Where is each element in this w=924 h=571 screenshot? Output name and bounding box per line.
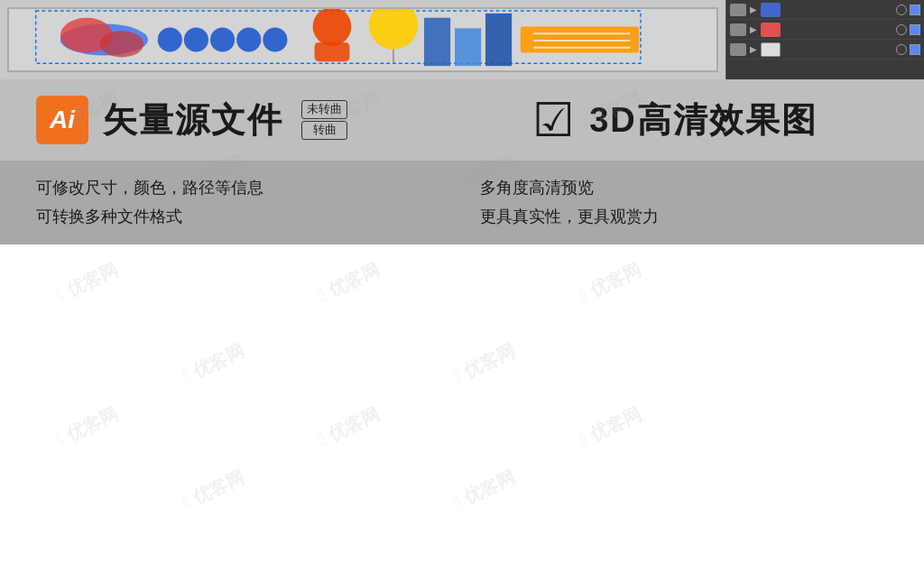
svg-rect-10 — [315, 42, 350, 61]
layer-row-2: ▶ — [726, 20, 924, 40]
layer-sel-1 — [910, 5, 920, 15]
svg-point-9 — [313, 9, 352, 46]
editor-canvas — [7, 7, 718, 72]
svg-point-11 — [369, 9, 418, 50]
svg-point-5 — [184, 27, 208, 51]
desc-left-line1: 可修改尺寸，颜色，路径等信息 — [36, 173, 444, 202]
threed-title: 3D高清效果图 — [589, 97, 818, 143]
layer-sel-3 — [910, 44, 920, 55]
layer-arrow-1: ▶ — [750, 5, 757, 14]
badge-group: 未转曲 转曲 — [301, 100, 347, 140]
desc-left-line2: 可转换多种文件格式 — [36, 202, 444, 231]
editor-area: ▶ ▶ ▶ — [0, 0, 924, 79]
svg-rect-14 — [455, 28, 481, 66]
badge-weizhuanqu: 未转曲 — [301, 100, 347, 119]
ai-icon: Ai — [36, 96, 88, 144]
left-desc: 可修改尺寸，颜色，路径等信息 可转换多种文件格式 — [36, 173, 444, 232]
layer-sel-2 — [910, 24, 920, 35]
layer-eye-3 — [730, 43, 746, 56]
layer-eye-1 — [730, 4, 746, 16]
layer-icons-3 — [896, 44, 920, 55]
svg-point-4 — [158, 27, 182, 51]
layer-thumb-3 — [761, 42, 781, 57]
checkbox-icon: ☑ — [532, 97, 575, 143]
white-area — [0, 244, 924, 551]
svg-point-6 — [210, 27, 235, 51]
svg-point-7 — [236, 27, 261, 51]
layer-thumb-2 — [761, 23, 781, 37]
layer-arrow-3: ▶ — [750, 44, 757, 54]
svg-point-8 — [263, 27, 287, 51]
right-desc: 多角度高清预览 更具真实性，更具观赏力 — [444, 173, 888, 232]
info-banner: Ai 矢量源文件 未转曲 转曲 ☑ 3D高清效果图 — [0, 79, 924, 161]
layer-vis-2 — [896, 24, 907, 35]
badge-zhuanqu: 转曲 — [301, 121, 347, 140]
layer-row-1: ▶ — [726, 0, 924, 20]
left-info: Ai 矢量源文件 未转曲 转曲 — [36, 96, 462, 144]
vector-title: 矢量源文件 — [103, 97, 283, 143]
layer-vis-3 — [896, 44, 907, 55]
canvas-art-svg — [9, 9, 716, 70]
desc-right-line2: 更具真实性，更具观赏力 — [480, 202, 888, 231]
layer-thumb-1 — [761, 3, 781, 17]
svg-point-3 — [100, 31, 144, 57]
layer-eye-2 — [730, 23, 746, 36]
desc-right-line1: 多角度高清预览 — [480, 173, 888, 202]
ai-label: Ai — [50, 106, 75, 134]
layer-vis-1 — [896, 5, 907, 15]
desc-banner: 可修改尺寸，颜色，路径等信息 可转换多种文件格式 多角度高清预览 更具真实性，更… — [0, 161, 924, 244]
layer-arrow-2: ▶ — [750, 24, 757, 34]
layer-icons-1 — [896, 5, 920, 15]
svg-rect-15 — [485, 14, 512, 66]
layer-row-3: ▶ — [726, 40, 924, 60]
svg-rect-13 — [424, 18, 450, 66]
right-info: ☑ 3D高清效果图 — [462, 97, 888, 143]
layers-panel: ▶ ▶ ▶ — [725, 0, 924, 79]
layer-icons-2 — [896, 24, 920, 35]
